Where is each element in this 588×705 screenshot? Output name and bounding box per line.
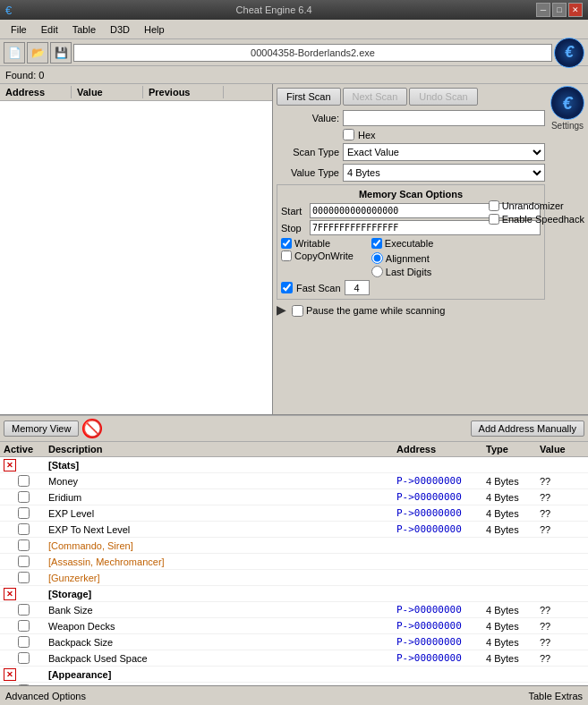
process-title-field[interactable] [73, 44, 552, 62]
executable-row: Executable [371, 238, 433, 249]
executable-checkbox[interactable] [371, 238, 382, 249]
writable-row: Writable [281, 238, 354, 249]
results-body [0, 101, 272, 414]
pause-checkbox[interactable] [292, 305, 303, 317]
last-digits-radio[interactable] [371, 266, 383, 277]
row-checkbox[interactable] [18, 491, 30, 503]
unrandomizer-row: Unrandomizer [489, 200, 584, 211]
table-row[interactable]: EXP Level P->00000000 4 Bytes ?? [0, 505, 588, 522]
row-checkbox[interactable] [18, 636, 30, 648]
row-checkbox[interactable] [18, 475, 30, 487]
fast-scan-checkbox[interactable] [281, 282, 293, 293]
open-button[interactable]: 📂 [27, 42, 48, 64]
table-row[interactable]: ✕ [Storage] [0, 586, 588, 602]
hex-row: Hex [343, 129, 584, 140]
table-row[interactable]: [Assassin, Mechromancer] [0, 554, 588, 570]
table-row[interactable]: Backpack Size P->00000000 4 Bytes ?? [0, 634, 588, 650]
col-address: Address [0, 86, 72, 98]
menu-d3d[interactable]: D3D [103, 22, 137, 37]
scan-type-row: Scan Type Exact Value Bigger than... Sma… [277, 143, 584, 161]
pause-row: Pause the game while scanning [292, 305, 445, 317]
close-button[interactable]: ✕ [568, 3, 583, 17]
undo-scan-button[interactable]: Undo Scan [409, 88, 477, 106]
table-row[interactable]: ✕ [Stats] [0, 457, 588, 473]
scan-type-select[interactable]: Exact Value Bigger than... Smaller than.… [343, 143, 545, 161]
row-checkbox[interactable] [18, 539, 30, 551]
alignment-radio[interactable] [371, 252, 383, 264]
mem-scan-title: Memory Scan Options [281, 189, 541, 200]
speedhack-row: Enable Speedhack [489, 214, 584, 225]
first-scan-button[interactable]: First Scan [277, 88, 341, 106]
window-controls: ─ □ ✕ [536, 3, 583, 17]
pause-label: Pause the game while scanning [306, 305, 445, 316]
copyonwrite-checkbox[interactable] [281, 251, 292, 261]
col-address: Address [396, 444, 486, 454]
maximize-button[interactable]: □ [552, 3, 567, 17]
window-title: Cheat Engine 6.4 [12, 4, 536, 15]
ce-logo-scan: € [550, 86, 584, 120]
table-row[interactable]: Weapon Decks P->00000000 4 Bytes ?? [0, 618, 588, 634]
found-count: Found: 0 [5, 70, 44, 81]
minimize-button[interactable]: ─ [536, 3, 550, 17]
bottom-bar: Advanced Options Table Extras [0, 685, 588, 705]
start-label: Start [281, 206, 306, 217]
app-icon: € [5, 4, 12, 17]
table-row[interactable]: [Gunzerker] [0, 570, 588, 586]
table-row[interactable]: [Commando, Siren] [0, 538, 588, 554]
value-type-select[interactable]: Byte 2 Bytes 4 Bytes 8 Bytes Float Doubl… [343, 164, 545, 182]
hex-checkbox[interactable] [343, 129, 354, 140]
writable-checkbox[interactable] [281, 238, 292, 249]
address-table-header: Active Description Address Type Value [0, 442, 588, 457]
speedhack-checkbox[interactable] [489, 214, 499, 225]
writable-label: Writable [294, 238, 330, 249]
group-toggle[interactable]: ✕ [4, 459, 16, 471]
scan-type-label: Scan Type [277, 147, 339, 157]
row-checkbox[interactable] [18, 604, 30, 616]
no-entry-icon: 🚫 [82, 419, 102, 438]
value-row: Value: [277, 110, 584, 126]
table-row[interactable]: Head P->00000000 4 Bytes ?? [0, 683, 588, 685]
table-row[interactable]: Backpack Used Space P->00000000 4 Bytes … [0, 650, 588, 667]
col-active: Active [4, 444, 48, 454]
menu-edit[interactable]: Edit [34, 22, 65, 37]
col-previous: Previous [143, 86, 224, 98]
menu-file[interactable]: File [4, 22, 34, 37]
title-bar: € Cheat Engine 6.4 ─ □ ✕ [0, 0, 588, 20]
settings-area: € Settings [550, 84, 584, 131]
toolbar: 📄 📂 💾 € [0, 39, 588, 66]
menu-help[interactable]: Help [137, 22, 172, 37]
memory-view-button[interactable]: Memory View [4, 420, 79, 437]
arrow-button[interactable]: ▶ [277, 302, 286, 317]
group-toggle[interactable]: ✕ [4, 668, 16, 681]
add-address-button[interactable]: Add Address Manually [471, 420, 584, 437]
row-checkbox[interactable] [18, 652, 30, 664]
row-checkbox[interactable] [18, 620, 30, 632]
save-button[interactable]: 💾 [50, 42, 72, 64]
copyonwrite-label: CopyOnWrite [294, 251, 354, 261]
row-checkbox[interactable] [18, 507, 30, 519]
table-row[interactable]: ✕ [Appearance] [0, 667, 588, 683]
advanced-options-label[interactable]: Advanced Options [5, 691, 86, 701]
next-scan-button[interactable]: Next Scan [343, 88, 408, 106]
menu-table[interactable]: Table [65, 22, 103, 37]
new-button[interactable]: 📄 [4, 42, 25, 64]
col-description: Description [48, 444, 396, 454]
row-checkbox[interactable] [18, 684, 30, 685]
table-row[interactable]: Money P->00000000 4 Bytes ?? [0, 473, 588, 489]
table-row[interactable]: Bank Size P->00000000 4 Bytes ?? [0, 602, 588, 618]
col-type: Type [486, 444, 540, 454]
alignment-label: Alignment [386, 253, 430, 264]
hex-label: Hex [358, 130, 376, 140]
row-checkbox[interactable] [18, 572, 30, 583]
value-input[interactable] [343, 110, 545, 126]
table-extras-label[interactable]: Table Extras [528, 691, 583, 701]
fast-scan-input[interactable] [345, 280, 370, 295]
group-toggle[interactable]: ✕ [4, 588, 16, 600]
row-checkbox[interactable] [18, 523, 30, 535]
value-type-label: Value Type [277, 167, 339, 178]
table-row[interactable]: EXP To Next Level P->00000000 4 Bytes ?? [0, 522, 588, 538]
last-digits-row: Last Digits [371, 266, 433, 277]
unrandomizer-checkbox[interactable] [489, 200, 499, 211]
row-checkbox[interactable] [18, 556, 30, 567]
table-row[interactable]: Eridium P->00000000 4 Bytes ?? [0, 489, 588, 505]
